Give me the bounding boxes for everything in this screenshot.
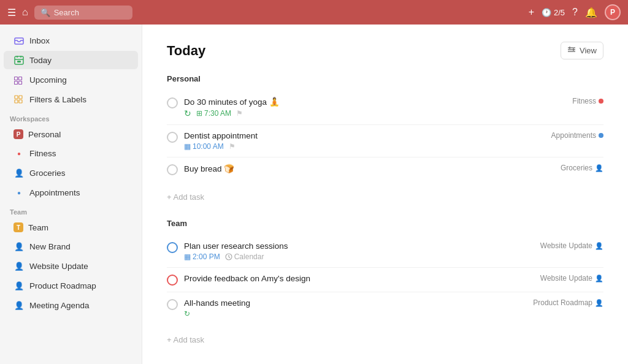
table-row: Provide feedback on Amy's design Website… bbox=[167, 268, 603, 292]
recur-icon-t3: ↻ bbox=[184, 309, 190, 318]
groceries-icon: 👤 bbox=[13, 167, 25, 178]
content-area: Today View Personal Do 30 minutes of yog… bbox=[142, 25, 628, 364]
bell-icon[interactable]: 🔔 bbox=[585, 7, 597, 18]
task-checkbox-t2[interactable] bbox=[167, 275, 178, 286]
cal-icon-1: ⊞ bbox=[196, 109, 202, 118]
appointments-label: Appointments bbox=[29, 188, 80, 197]
task-checkbox-2[interactable] bbox=[167, 132, 178, 143]
task-checkbox-3[interactable] bbox=[167, 164, 178, 175]
page-title: Today bbox=[167, 43, 205, 59]
add-icon[interactable]: + bbox=[529, 7, 534, 18]
task-checkbox-1[interactable] bbox=[167, 97, 178, 108]
svg-rect-1 bbox=[15, 56, 23, 64]
tag-icon-t1: 👤 bbox=[595, 242, 603, 250]
task-tag-area-t3: Product Roadmap 👤 bbox=[530, 298, 603, 307]
calendar-text-t1: Calendar bbox=[225, 252, 264, 261]
task-tag-area-3: Groceries 👤 bbox=[530, 164, 603, 172]
team-section-title: Team bbox=[167, 219, 603, 233]
task-body-1: Do 30 minutes of yoga 🧘 ↻ ⊞ 7:30 AM ⚑ bbox=[184, 97, 524, 118]
personal-workspace-icon: P bbox=[13, 129, 23, 139]
task-name-3: Buy bread 🍞 bbox=[184, 164, 524, 173]
task-body-t3: All-hands meeting ↻ bbox=[184, 298, 524, 318]
task-tag-area-t1: Website Update 👤 bbox=[530, 241, 603, 250]
task-body-3: Buy bread 🍞 bbox=[184, 164, 524, 175]
cal-icon-2: ▦ bbox=[184, 142, 191, 151]
view-label: View bbox=[580, 46, 597, 55]
task-body-t1: Plan user research sessions ▦ 2:00 PM Ca… bbox=[184, 241, 524, 261]
sidebar-item-product-roadmap[interactable]: 👤 Product Roadmap bbox=[4, 276, 138, 295]
task-meta-t3: ↻ bbox=[184, 309, 524, 318]
svg-rect-7 bbox=[15, 96, 18, 99]
search-bar[interactable]: 🔍 Search bbox=[34, 6, 132, 20]
svg-rect-9 bbox=[15, 100, 18, 103]
task-name-t1: Plan user research sessions bbox=[184, 241, 524, 251]
sidebar-item-filters[interactable]: Filters & Labels bbox=[4, 90, 138, 108]
sidebar-item-groceries[interactable]: 👤 Groceries bbox=[4, 164, 138, 182]
sidebar-item-website-update[interactable]: 👤 Website Update bbox=[4, 257, 138, 275]
team-icon: T bbox=[13, 222, 23, 232]
task-checkbox-t1[interactable] bbox=[167, 242, 178, 253]
menu-icon[interactable]: ☰ bbox=[7, 7, 16, 18]
tag-dot-1 bbox=[599, 99, 603, 104]
sidebar-item-personal[interactable]: P Personal bbox=[4, 126, 138, 143]
task-tag-label-3: Groceries bbox=[561, 164, 592, 172]
groceries-label: Groceries bbox=[29, 169, 66, 178]
new-brand-icon: 👤 bbox=[13, 241, 25, 252]
sidebar-item-today[interactable]: Today bbox=[4, 51, 138, 69]
task-time-1: ⊞ 7:30 AM bbox=[196, 109, 231, 118]
sidebar-item-team[interactable]: T Team bbox=[4, 219, 138, 236]
team-task-list: Plan user research sessions ▦ 2:00 PM Ca… bbox=[167, 235, 603, 324]
task-meta-2: ▦ 10:00 AM ⚑ bbox=[184, 142, 524, 151]
sidebar-item-appointments[interactable]: ● Appointments bbox=[4, 183, 138, 202]
add-task-personal[interactable]: + Add task bbox=[167, 188, 603, 207]
task-tag-area-2: Appointments bbox=[530, 131, 603, 140]
view-button[interactable]: View bbox=[561, 42, 603, 59]
clock-icon: 🕐 bbox=[542, 8, 551, 17]
topbar: ☰ ⌂ 🔍 Search + 🕐 2/5 ? 🔔 P bbox=[0, 0, 628, 25]
sidebar-item-meeting-agenda[interactable]: 👤 Meeting Agenda bbox=[4, 296, 138, 314]
task-tag-label-t3: Product Roadmap bbox=[533, 298, 592, 307]
svg-rect-4 bbox=[15, 82, 18, 85]
meeting-agenda-icon: 👤 bbox=[13, 300, 25, 311]
sidebar-item-upcoming[interactable]: Upcoming bbox=[4, 70, 138, 89]
tag-icon-3: 👤 bbox=[595, 164, 603, 172]
filters-label: Filters & Labels bbox=[29, 95, 86, 104]
tag-dot-2 bbox=[599, 133, 603, 138]
sidebar: Inbox Today Upcoming Filters & Labels Wo… bbox=[0, 25, 142, 364]
topbar-right: + 🕐 2/5 ? 🔔 P bbox=[529, 4, 621, 20]
sidebar-item-fitness[interactable]: ● Fitness bbox=[4, 144, 138, 162]
task-name-1: Do 30 minutes of yoga 🧘 bbox=[184, 97, 524, 107]
add-task-team[interactable]: + Add task bbox=[167, 330, 603, 349]
task-time-2: ▦ 10:00 AM bbox=[184, 142, 224, 151]
main-layout: Inbox Today Upcoming Filters & Labels Wo… bbox=[0, 25, 628, 364]
progress-badge: 🕐 2/5 bbox=[542, 8, 565, 17]
personal-label: Personal bbox=[28, 130, 61, 139]
task-tag-label-2: Appointments bbox=[551, 131, 596, 140]
product-roadmap-icon: 👤 bbox=[13, 280, 25, 291]
today-label: Today bbox=[29, 56, 52, 65]
personal-task-list: Do 30 minutes of yoga 🧘 ↻ ⊞ 7:30 AM ⚑ Fi… bbox=[167, 91, 603, 181]
task-name-2: Dentist appointment bbox=[184, 131, 524, 140]
home-icon[interactable]: ⌂ bbox=[22, 7, 28, 18]
search-label: Search bbox=[54, 8, 79, 17]
table-row: All-hands meeting ↻ Product Roadmap 👤 bbox=[167, 292, 603, 324]
task-meta-t1: ▦ 2:00 PM Calendar bbox=[184, 252, 524, 261]
sidebar-item-new-brand[interactable]: 👤 New Brand bbox=[4, 237, 138, 256]
svg-rect-0 bbox=[15, 38, 23, 44]
task-checkbox-t3[interactable] bbox=[167, 299, 178, 310]
avatar[interactable]: P bbox=[605, 4, 621, 20]
inbox-icon bbox=[13, 35, 25, 46]
flag-icon-1: ⚑ bbox=[236, 109, 243, 118]
personal-section-title: Personal bbox=[167, 74, 603, 88]
sidebar-item-inbox[interactable]: Inbox bbox=[4, 31, 138, 50]
task-tag-label-1: Fitness bbox=[572, 97, 596, 105]
topbar-left: ☰ ⌂ 🔍 Search bbox=[7, 6, 523, 20]
task-tag-label-t2: Website Update bbox=[540, 274, 592, 282]
view-filter-icon bbox=[567, 45, 576, 56]
help-icon[interactable]: ? bbox=[572, 7, 578, 18]
table-row: Do 30 minutes of yoga 🧘 ↻ ⊞ 7:30 AM ⚑ Fi… bbox=[167, 91, 603, 125]
section-divider bbox=[167, 207, 603, 219]
fitness-label: Fitness bbox=[29, 149, 56, 158]
team-label: Team bbox=[28, 223, 48, 232]
svg-rect-10 bbox=[19, 100, 22, 103]
